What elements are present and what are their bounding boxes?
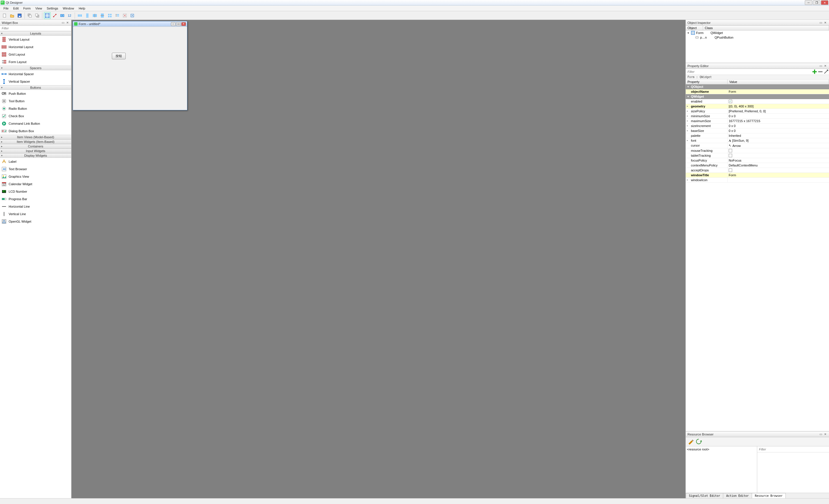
pe-prop-mousetracking[interactable]: mouseTracking: [686, 148, 829, 153]
send-back-icon[interactable]: [26, 12, 33, 19]
menu-view[interactable]: View: [33, 5, 44, 11]
rb-filter-input[interactable]: [757, 447, 829, 453]
edit-tab-order-icon[interactable]: 12: [66, 12, 73, 19]
layout-v-splitter-icon[interactable]: [99, 12, 106, 19]
oi-header-object[interactable]: Object: [686, 26, 703, 30]
oi-tree[interactable]: ▾FormQWidgetp…nQPushButton: [686, 31, 829, 63]
pe-prop-acceptdrops[interactable]: acceptDrops: [686, 168, 829, 173]
checkbox-icon[interactable]: [729, 154, 732, 157]
pe-prop-geometry[interactable]: ▸geometry[(0, 0), 400 x 300]: [686, 104, 829, 109]
pe-prop-sizepolicy[interactable]: ▸sizePolicy[Preferred, Preferred, 0, 0]: [686, 109, 829, 114]
window-close-button[interactable]: ✕: [821, 0, 828, 5]
wb-item-vertical-line[interactable]: Vertical Line: [0, 210, 71, 218]
layout-v-icon[interactable]: [84, 12, 91, 19]
form-canvas[interactable]: 按钮: [73, 27, 187, 110]
oi-column-headers[interactable]: Object Class: [686, 26, 829, 31]
pe-remove-dynamic-button[interactable]: [818, 69, 823, 75]
pe-group-qobject[interactable]: ▾QObject: [686, 84, 829, 89]
bring-front-icon[interactable]: [34, 12, 41, 19]
edit-buddies-icon[interactable]: [59, 12, 66, 19]
pe-prop-tablettracking[interactable]: tabletTracking: [686, 153, 829, 158]
checkbox-icon[interactable]: [729, 168, 732, 172]
layout-h-icon[interactable]: [76, 12, 83, 19]
rb-reload-button[interactable]: [695, 438, 702, 445]
wb-item-graphics-view[interactable]: Graphics View: [0, 173, 71, 180]
design-mdi-area[interactable]: Form - untitled* ─ ▭ ✕ 按钮: [71, 20, 685, 498]
break-layout-icon[interactable]: [121, 12, 128, 19]
pe-prop-contextmenupolicy[interactable]: contextMenuPolicyDefaultContextMenu: [686, 163, 829, 168]
oi-row-p…n[interactable]: p…nQPushButton: [686, 35, 829, 40]
dock-close-button[interactable]: ✕: [65, 21, 69, 25]
widget-box-filter-input[interactable]: [0, 26, 71, 31]
wb-item-horizontal-line[interactable]: Horizontal Line: [0, 203, 71, 210]
menu-edit[interactable]: Edit: [11, 5, 21, 11]
pe-column-headers[interactable]: Property Value: [686, 79, 829, 84]
wb-category-input-widgets[interactable]: ▸Input Widgets: [0, 149, 71, 153]
pe-prop-maximumsize[interactable]: ▸maximumSize16777215 x 16777215: [686, 119, 829, 123]
wb-item-form-layout[interactable]: Form Layout: [0, 58, 71, 66]
wb-category-item-widgets-item-based-[interactable]: ▸Item Widgets (Item-Based): [0, 140, 71, 144]
pe-prop-minimumsize[interactable]: ▸minimumSize0 x 0: [686, 114, 829, 119]
wb-item-vertical-spacer[interactable]: Vertical Spacer: [0, 78, 71, 85]
rb-close-button[interactable]: ✕: [823, 432, 827, 436]
pe-prop-enabled[interactable]: enabled: [686, 99, 829, 104]
pe-prop-windowtitle[interactable]: windowTitleForm: [686, 173, 829, 178]
wb-item-tool-button[interactable]: Tool Button: [0, 98, 71, 105]
pe-prop-objectname[interactable]: objectNameForm: [686, 89, 829, 94]
designed-push-button[interactable]: 按钮: [112, 53, 126, 59]
edit-signals-icon[interactable]: [51, 12, 58, 19]
dock-float-button[interactable]: ▭: [61, 21, 65, 25]
wb-item-lcd-number[interactable]: 42LCD Number: [0, 188, 71, 195]
pe-prop-windowicon[interactable]: ▸windowIcon: [686, 178, 829, 183]
pe-config-button[interactable]: [823, 69, 829, 75]
wb-item-label[interactable]: Label: [0, 158, 71, 165]
form-maximize-button[interactable]: ▭: [176, 22, 181, 26]
pe-close-button[interactable]: ✕: [823, 64, 827, 68]
wb-item-command-link-button[interactable]: Command Link Button: [0, 120, 71, 127]
bottom-tab-resource-browser[interactable]: Resource Browser: [752, 493, 786, 498]
window-maximize-button[interactable]: ❐: [813, 0, 820, 5]
wb-category-layouts[interactable]: ▾Layouts: [0, 31, 71, 36]
menu-form[interactable]: Form: [21, 5, 33, 11]
rb-root-label[interactable]: <resource root>: [687, 448, 709, 451]
oi-close-button[interactable]: ✕: [823, 21, 827, 25]
wb-item-radio-button[interactable]: Radio Button: [0, 105, 71, 112]
pe-header-value[interactable]: Value: [727, 79, 829, 84]
pe-add-dynamic-button[interactable]: [812, 69, 818, 75]
menu-file[interactable]: File: [1, 5, 11, 11]
wb-item-opengl-widget[interactable]: OpenGL Widget: [0, 218, 71, 225]
form-minimize-button[interactable]: ─: [171, 22, 176, 26]
menu-settings[interactable]: Settings: [44, 5, 61, 11]
new-file-icon[interactable]: [1, 12, 8, 19]
checkbox-icon[interactable]: [729, 100, 732, 103]
pe-property-tree[interactable]: ▾QObjectobjectNameForm▾QWidgetenabled▸ge…: [686, 84, 829, 431]
wb-item-text-browser[interactable]: AIText Browser: [0, 165, 71, 173]
wb-item-progress-bar[interactable]: Progress Bar: [0, 195, 71, 203]
wb-category-buttons[interactable]: ▾Buttons: [0, 85, 71, 90]
pe-float-button[interactable]: ▭: [819, 64, 823, 68]
save-file-icon[interactable]: [16, 12, 23, 19]
oi-header-class[interactable]: Class: [703, 26, 829, 30]
wb-item-vertical-layout[interactable]: Vertical Layout: [0, 36, 71, 43]
wb-category-spacers[interactable]: ▾Spacers: [0, 66, 71, 70]
wb-item-horizontal-layout[interactable]: Horizontal Layout: [0, 43, 71, 51]
wb-category-item-views-model-based-[interactable]: ▸Item Views (Model-Based): [0, 135, 71, 140]
wb-item-check-box[interactable]: Check Box: [0, 112, 71, 120]
wb-item-calendar-widget[interactable]: 12Calendar Widget: [0, 180, 71, 188]
wb-item-horizontal-spacer[interactable]: Horizontal Spacer: [0, 70, 71, 78]
rb-resource-tree[interactable]: <resource root>: [686, 447, 757, 493]
pe-prop-focuspolicy[interactable]: focusPolicyNoFocus: [686, 158, 829, 163]
widget-box-list[interactable]: ▾LayoutsVertical LayoutHorizontal Layout…: [0, 31, 71, 498]
open-file-icon[interactable]: [9, 12, 15, 19]
pe-prop-basesize[interactable]: ▸baseSize0 x 0: [686, 128, 829, 133]
rb-float-button[interactable]: ▭: [819, 432, 823, 436]
form-subwindow[interactable]: Form - untitled* ─ ▭ ✕ 按钮: [73, 21, 187, 110]
pe-header-property[interactable]: Property: [686, 79, 727, 84]
wb-category-containers[interactable]: ▸Containers: [0, 144, 71, 149]
bottom-tab-signal-slot-editor[interactable]: Signal/Slot Editor: [686, 493, 723, 498]
window-minimize-button[interactable]: ─: [805, 0, 812, 5]
menu-window[interactable]: Window: [61, 5, 76, 11]
wb-item-grid-layout[interactable]: Grid Layout: [0, 51, 71, 58]
pe-prop-sizeincrement[interactable]: ▸sizeIncrement0 x 0: [686, 123, 829, 128]
oi-row-form[interactable]: ▾FormQWidget: [686, 31, 829, 35]
